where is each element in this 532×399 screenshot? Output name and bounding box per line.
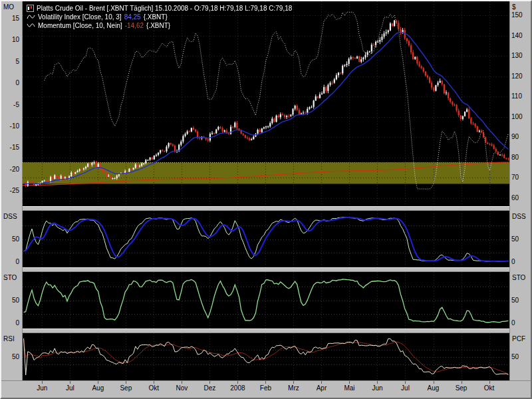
sto-right-tick-0: 0 <box>511 319 531 327</box>
month-label-Aug-14: Aug <box>420 384 447 392</box>
month-tickmark <box>462 381 462 384</box>
panel-splitter-1[interactable] <box>23 206 509 211</box>
dss-right-tick-0: 0 <box>511 258 531 266</box>
month-tickmark <box>489 381 490 384</box>
stochastic-panel-chart[interactable] <box>23 272 509 329</box>
month-label-Aug-2: Aug <box>84 384 111 392</box>
month-tickmark <box>265 381 266 384</box>
sto-right-tick-50: 50 <box>511 297 531 305</box>
price-tick-80: 80 <box>511 154 531 162</box>
dss-panel-chart[interactable] <box>23 211 509 267</box>
month-label-Feb-8: Feb <box>252 384 279 392</box>
price-tick-70: 70 <box>511 174 531 182</box>
month-tickmark <box>154 381 154 384</box>
main-left-axis-title: MO <box>3 3 14 11</box>
month-label-Sep-15: Sep <box>448 384 475 392</box>
month-label-Apr-10: Apr <box>308 384 334 392</box>
sto-left-tick-0: 0 <box>1 319 19 327</box>
month-label-Okt-4: Okt <box>140 384 167 392</box>
price-tick-120: 120 <box>511 72 531 80</box>
dss-right-axis-title: DSS <box>512 213 526 221</box>
rsi-right-tick-50: 50 <box>511 353 531 361</box>
momentum-suffix: {.XBNT} <box>146 22 170 29</box>
panel-splitter-3[interactable] <box>23 329 509 333</box>
price-tick-150: 150 <box>511 11 531 19</box>
month-label-2008-7: 2008 <box>224 384 251 392</box>
dss-left-tick-0: 0 <box>1 258 19 266</box>
momentum-label: Momentum [Close, 10, Nein] <box>38 22 122 29</box>
legend-row-momentum[interactable]: Momentum [Close, 10, Nein] -14,62 {.XBNT… <box>27 21 292 30</box>
month-tickmark <box>349 381 350 384</box>
month-tickmark <box>405 381 406 384</box>
month-label-Okt-16: Okt <box>476 384 503 392</box>
price-tick-110: 110 <box>511 92 531 100</box>
price-tick-90: 90 <box>511 133 531 141</box>
month-label-Mai-11: Mai <box>336 384 362 392</box>
volatility-suffix: {.XBNT} <box>144 13 168 21</box>
main-price-chart[interactable] <box>23 1 509 206</box>
price-tick-60: 60 <box>511 194 531 202</box>
sto-right-axis-title: STO <box>512 274 525 282</box>
rsi-panel-chart[interactable] <box>23 333 509 380</box>
month-tickmark <box>293 381 294 384</box>
month-tickmark <box>98 381 98 384</box>
dss-right-tick-50: 50 <box>511 235 531 243</box>
chart-window: MO $ DSS DSS STO STO RSI PCF Platts Crud… <box>0 0 532 399</box>
month-label-Sep-3: Sep <box>112 384 139 392</box>
month-label-Dez-6: Dez <box>196 384 223 392</box>
dss-left-axis-title: DSS <box>3 213 17 221</box>
momentum-tick-10: 10 <box>1 36 19 44</box>
rsi-left-tick-50: 50 <box>1 353 19 361</box>
month-label-Jul-13: Jul <box>392 384 418 392</box>
price-tick-130: 130 <box>511 52 531 60</box>
month-tickmark <box>70 381 70 384</box>
rsi-left-axis-title: RSI <box>3 335 15 343</box>
dss-left-tick-50: 50 <box>1 235 19 243</box>
month-tickmark <box>321 381 322 384</box>
month-tickmark <box>42 381 43 384</box>
panel-splitter-2[interactable] <box>23 267 509 272</box>
legend-row-volatility[interactable]: Volatility Index [Close, 10, 3] 84,25 {.… <box>27 13 292 21</box>
momentum-tick-5: 5 <box>1 58 19 66</box>
volatility-label: Volatility Index [Close, 10, 3] <box>38 13 122 21</box>
month-label-Jun-12: Jun <box>364 384 390 392</box>
main-right-axis-title: $ <box>512 3 516 11</box>
rsi-right-axis-title: PCF <box>512 335 525 343</box>
momentum-tick--5: -5 <box>1 101 19 109</box>
sto-left-axis-title: STO <box>3 274 17 282</box>
legend-row-instrument[interactable]: Platts Crude Oil - Brent [.XBNT Täglich]… <box>27 4 292 13</box>
momentum-tick-0: 0 <box>1 79 19 87</box>
month-tickmark <box>377 381 378 384</box>
momentum-legend-icon <box>27 23 35 29</box>
month-label-Jul-1: Jul <box>57 384 83 392</box>
month-label-Mrz-9: Mrz <box>280 384 307 392</box>
momentum-tick-15: 15 <box>1 15 19 23</box>
momentum-tick--20: -20 <box>1 166 19 174</box>
month-tickmark <box>237 381 238 384</box>
momentum-tick--10: -10 <box>1 122 19 130</box>
volatility-value: 84,25 <box>124 13 141 21</box>
momentum-tick--15: -15 <box>1 144 19 152</box>
momentum-value: -14,62 <box>125 22 144 29</box>
legend: Platts Crude Oil - Brent [.XBNT Täglich]… <box>27 4 292 30</box>
instrument-icon <box>27 5 34 12</box>
momentum-tick--25: -25 <box>1 187 19 195</box>
month-tickmark <box>182 381 182 384</box>
month-tickmark <box>434 381 434 384</box>
price-tick-140: 140 <box>511 32 531 40</box>
month-tickmark <box>209 381 210 384</box>
instrument-title: Platts Crude Oil - Brent [.XBNT Täglich]… <box>37 5 292 12</box>
month-label-Jun-0: Jun <box>29 384 55 392</box>
price-tick-100: 100 <box>511 113 531 121</box>
month-tickmark <box>126 381 126 384</box>
sto-left-tick-50: 50 <box>1 297 19 305</box>
month-label-Nov-5: Nov <box>168 384 195 392</box>
volatility-legend-icon <box>27 14 35 20</box>
